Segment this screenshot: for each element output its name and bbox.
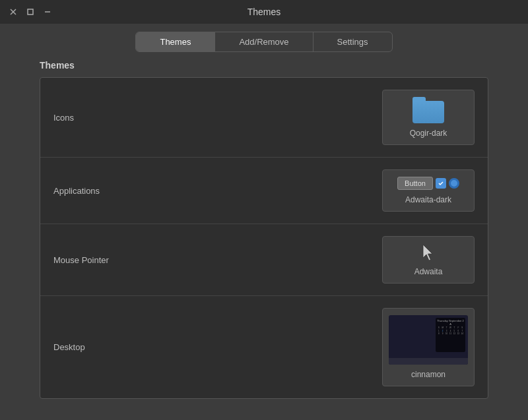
cal-cell: S [461, 326, 464, 329]
cal-cell: 1 [437, 330, 440, 332]
desktop-taskbar [389, 358, 468, 365]
mouse-pointer-label: Mouse Pointer [53, 255, 185, 265]
tabs-container: Themes Add/Remove Settings [0, 24, 528, 60]
mini-button: Button [397, 177, 433, 190]
cal-cell: 4 [449, 330, 452, 332]
cal-cell: T [445, 326, 448, 329]
cursor-icon [420, 243, 436, 262]
cal-cell: 8 [437, 332, 440, 335]
icons-label: Icons [53, 113, 185, 123]
folder-icon [412, 97, 444, 123]
cal-cell: 2 [441, 330, 444, 332]
applications-preview-container: Button Adwaita-dark [382, 169, 475, 212]
tab-group: Themes Add/Remove Settings [135, 32, 392, 52]
cal-cell: W [449, 326, 452, 329]
tab-themes[interactable]: Themes [136, 32, 215, 51]
applications-preview[interactable]: Button Adwaita-dark [382, 169, 475, 212]
window-controls [8, 7, 53, 17]
titlebar: Themes [0, 0, 528, 24]
cal-cell: 6 [457, 330, 460, 332]
svg-rect-2 [28, 9, 33, 15]
mouse-pointer-theme-name: Adwaita [414, 267, 443, 276]
app-preview-row: Button [397, 177, 459, 190]
close-button[interactable] [8, 7, 18, 17]
desktop-calendar: Thursday September 2 A S M T W T F S 1 2 [436, 318, 465, 352]
cal-cell: 3 [445, 330, 448, 332]
content-area: Themes Icons Qogir-dark Applications [0, 60, 528, 399]
mini-checkbox [436, 178, 446, 189]
window-title: Themes [248, 7, 281, 17]
tab-add-remove[interactable]: Add/Remove [215, 32, 313, 51]
desktop-preview[interactable]: Thursday September 2 A S M T W T F S 1 2 [382, 308, 475, 386]
minimize-button[interactable] [42, 7, 53, 17]
desktop-thumbnail: Thursday September 2 A S M T W T F S 1 2 [389, 315, 468, 365]
desktop-row: Desktop Thursday September 2 A S M T W T [40, 296, 488, 398]
mouse-pointer-preview[interactable]: Adwaita [382, 236, 475, 284]
tab-settings[interactable]: Settings [314, 32, 392, 51]
mini-radio [449, 178, 459, 189]
applications-label: Applications [53, 186, 185, 196]
applications-theme-name: Adwaita-dark [405, 195, 451, 204]
desktop-theme-name: cinnamon [411, 370, 446, 379]
maximize-button[interactable] [25, 7, 36, 17]
cal-cell: 10 [445, 332, 448, 335]
cal-cell: F [457, 326, 460, 329]
icons-preview-container: Qogir-dark [382, 90, 475, 145]
icons-theme-name: Qogir-dark [410, 129, 447, 138]
applications-row: Applications Button Adwaita-dark [40, 158, 488, 224]
mouse-pointer-row: Mouse Pointer Adwaita [40, 224, 488, 296]
cal-cell: 14 [461, 332, 464, 335]
icons-row: Icons Qogir-dark [40, 78, 488, 158]
cal-cell: S [437, 326, 440, 329]
desktop-label: Desktop [53, 342, 185, 352]
cal-cell: 5 [453, 330, 456, 332]
icons-preview[interactable]: Qogir-dark [382, 90, 475, 145]
cal-cell: 7 [461, 330, 464, 332]
cal-cell: 13 [457, 332, 460, 335]
cal-cell: 11 [449, 332, 452, 335]
cal-cell: T [453, 326, 456, 329]
themes-panel: Icons Qogir-dark Applications Butt [40, 77, 488, 399]
desktop-preview-container: Thursday September 2 A S M T W T F S 1 2 [382, 308, 475, 386]
cal-cell: 12 [453, 332, 456, 335]
cal-grid: S M T W T F S 1 2 3 4 5 [437, 326, 464, 335]
cal-cell: 9 [441, 332, 444, 335]
mouse-pointer-preview-container: Adwaita [382, 236, 475, 284]
cal-cell: M [441, 326, 444, 329]
cal-header: Thursday September 2 A [437, 319, 464, 326]
app-preview-inner: Button [397, 177, 459, 190]
section-title: Themes [40, 60, 488, 71]
